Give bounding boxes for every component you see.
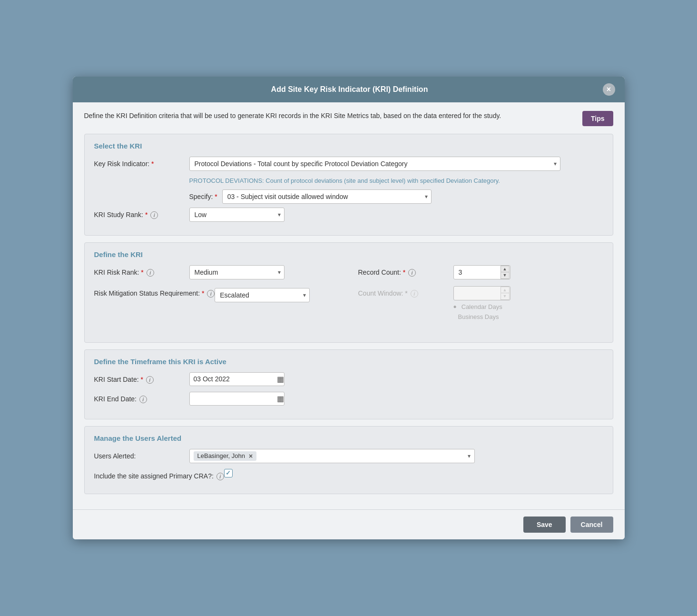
close-button[interactable]: × bbox=[603, 83, 615, 96]
count-window-down-button[interactable]: ▼ bbox=[501, 293, 510, 300]
calendar-days-row: ● Calendar Days bbox=[453, 303, 510, 310]
kri-rank-select[interactable]: Low Medium High bbox=[189, 208, 285, 222]
specify-select-wrapper: 03 - Subject visit outside allowed windo… bbox=[222, 189, 432, 204]
end-date-input-wrapper[interactable]: ▦ bbox=[189, 392, 285, 406]
mitigation-select-wrapper: Escalated Mitigated Closed ▾ bbox=[215, 288, 310, 302]
end-date-calendar-icon[interactable]: ▦ bbox=[277, 394, 284, 403]
primary-cra-info-icon[interactable]: i bbox=[216, 473, 224, 480]
users-dropdown-arrow-icon[interactable]: ▾ bbox=[468, 453, 471, 459]
start-date-label: KRI Start Date: * i bbox=[94, 372, 189, 384]
users-alerted-label: Users Alerted: bbox=[94, 449, 189, 460]
modal-title: Add Site Key Risk Indicator (KRI) Defini… bbox=[97, 85, 603, 94]
risk-rank-label: KRI Risk Rank: * i bbox=[94, 265, 189, 277]
kri-indicator-row: Key Risk Indicator: * Protocol Deviation… bbox=[94, 157, 603, 171]
users-section: Manage the Users Alerted Users Alerted: … bbox=[84, 426, 613, 494]
count-window-input-wrapper: ▲ ▼ bbox=[453, 286, 510, 300]
start-date-info-icon[interactable]: i bbox=[146, 376, 154, 384]
specify-row: Specify: * 03 - Subject visit outside al… bbox=[189, 189, 603, 204]
intro-row: Define the KRI Definition criteria that … bbox=[84, 111, 613, 126]
save-button[interactable]: Save bbox=[523, 517, 566, 533]
record-count-spinner: ▲ ▼ bbox=[501, 266, 510, 279]
kri-study-rank-row: KRI Study Rank: * i Low Medium High ▾ bbox=[94, 208, 603, 222]
timeframe-section: Define the Timeframe this KRI is Active … bbox=[84, 349, 613, 419]
record-count-down-button[interactable]: ▼ bbox=[501, 272, 510, 279]
calendar-days-label: Calendar Days bbox=[461, 303, 502, 310]
risk-rank-row: KRI Risk Rank: * i Low Medium High ▾ bbox=[94, 265, 339, 279]
specify-select[interactable]: 03 - Subject visit outside allowed windo… bbox=[222, 189, 432, 204]
kri-required-star: * bbox=[151, 160, 154, 168]
kri-indicator-select[interactable]: Protocol Deviations - Total count by spe… bbox=[189, 157, 560, 171]
record-count-row: Record Count: * i ▲ ▼ bbox=[358, 265, 603, 279]
mitigation-required-star: * bbox=[202, 289, 204, 297]
modal-header: Add Site Key Risk Indicator (KRI) Defini… bbox=[73, 77, 625, 102]
modal-dialog: Add Site Key Risk Indicator (KRI) Defini… bbox=[73, 77, 625, 539]
risk-rank-info-icon[interactable]: i bbox=[147, 269, 154, 277]
count-window-spinner: ▲ ▼ bbox=[501, 287, 510, 300]
define-kri-right: Record Count: * i ▲ ▼ bbox=[358, 265, 603, 329]
user-tag-name: LeBasinger, John bbox=[197, 452, 245, 459]
start-date-field[interactable] bbox=[194, 375, 277, 383]
kri-indicator-select-wrapper: Protocol Deviations - Total count by spe… bbox=[189, 157, 560, 171]
count-window-control: ▲ ▼ ● Calendar Days Business Days bbox=[453, 286, 510, 323]
tips-button[interactable]: Tips bbox=[582, 111, 613, 126]
risk-rank-select[interactable]: Low Medium High bbox=[189, 265, 285, 279]
specify-label: Specify: * bbox=[189, 193, 217, 200]
kri-indicator-control: Protocol Deviations - Total count by spe… bbox=[189, 157, 603, 171]
kri-rank-label: KRI Study Rank: * i bbox=[94, 208, 189, 219]
business-days-label: Business Days bbox=[458, 313, 499, 320]
count-window-up-button[interactable]: ▲ bbox=[501, 287, 510, 294]
start-date-input-wrapper[interactable]: ▦ bbox=[189, 372, 285, 386]
modal-body: Define the KRI Definition criteria that … bbox=[73, 102, 625, 509]
mitigation-info-icon[interactable]: i bbox=[207, 290, 215, 298]
end-date-field[interactable] bbox=[194, 395, 277, 402]
mitigation-label: Risk Mitigation Status Requirement: * i bbox=[94, 286, 215, 298]
count-window-info-icon[interactable]: i bbox=[411, 290, 418, 298]
define-kri-left: KRI Risk Rank: * i Low Medium High ▾ bbox=[94, 265, 339, 308]
modal-footer: Save Cancel bbox=[73, 509, 625, 539]
define-kri-form-row: KRI Risk Rank: * i Low Medium High ▾ bbox=[94, 265, 603, 329]
select-kri-section: Select the KRI Key Risk Indicator: * Pro… bbox=[84, 134, 613, 235]
record-count-input-wrapper: ▲ ▼ bbox=[453, 265, 510, 279]
mitigation-select[interactable]: Escalated Mitigated Closed bbox=[215, 288, 310, 302]
intro-text: Define the KRI Definition criteria that … bbox=[84, 111, 573, 121]
start-date-calendar-icon[interactable]: ▦ bbox=[277, 375, 284, 384]
risk-rank-select-wrapper: Low Medium High ▾ bbox=[189, 265, 285, 279]
start-date-row: KRI Start Date: * i ▦ bbox=[94, 372, 603, 386]
users-alerted-input[interactable]: LeBasinger, John × ▾ bbox=[189, 449, 475, 463]
record-count-required-star: * bbox=[403, 268, 405, 276]
primary-cra-checkbox[interactable] bbox=[224, 469, 233, 477]
start-date-required-star: * bbox=[141, 376, 143, 383]
define-kri-section: Define the KRI KRI Risk Rank: * i Low bbox=[84, 242, 613, 343]
kri-description: PROTOCOL DEVIATIONS: Count of protocol d… bbox=[189, 177, 603, 185]
user-tag: LeBasinger, John × bbox=[194, 451, 257, 461]
end-date-info-icon[interactable]: i bbox=[139, 396, 147, 403]
primary-cra-label: Include the site assigned Primary CRA?: … bbox=[94, 469, 224, 480]
record-count-info-icon[interactable]: i bbox=[408, 269, 416, 277]
business-days-row: Business Days bbox=[453, 313, 510, 320]
timeframe-title: Define the Timeframe this KRI is Active bbox=[94, 358, 603, 366]
count-window-row: Count Window: * i ▲ ▼ bbox=[358, 286, 603, 323]
rank-info-icon[interactable]: i bbox=[150, 211, 158, 219]
mitigation-row: Risk Mitigation Status Requirement: * i … bbox=[94, 286, 339, 302]
risk-rank-required-star: * bbox=[141, 268, 143, 276]
specify-required-star: * bbox=[215, 193, 217, 200]
kri-indicator-label: Key Risk Indicator: * bbox=[94, 157, 189, 168]
kri-rank-control: Low Medium High ▾ bbox=[189, 208, 603, 222]
primary-cra-row: Include the site assigned Primary CRA?: … bbox=[94, 469, 603, 480]
count-window-label: Count Window: * i bbox=[358, 286, 453, 298]
count-window-required-star: * bbox=[405, 289, 407, 297]
select-kri-title: Select the KRI bbox=[94, 142, 603, 150]
cancel-button[interactable]: Cancel bbox=[570, 517, 613, 533]
kri-rank-select-wrapper: Low Medium High ▾ bbox=[189, 208, 285, 222]
record-count-label: Record Count: * i bbox=[358, 265, 453, 277]
users-alerted-row: Users Alerted: LeBasinger, John × ▾ bbox=[94, 449, 603, 463]
end-date-label: KRI End Date: i bbox=[94, 392, 189, 403]
record-count-up-button[interactable]: ▲ bbox=[501, 266, 510, 273]
end-date-row: KRI End Date: i ▦ bbox=[94, 392, 603, 406]
user-tag-remove-button[interactable]: × bbox=[249, 452, 253, 460]
define-kri-title: Define the KRI bbox=[94, 250, 603, 258]
users-title: Manage the Users Alerted bbox=[94, 434, 603, 442]
rank-required-star: * bbox=[145, 211, 147, 219]
